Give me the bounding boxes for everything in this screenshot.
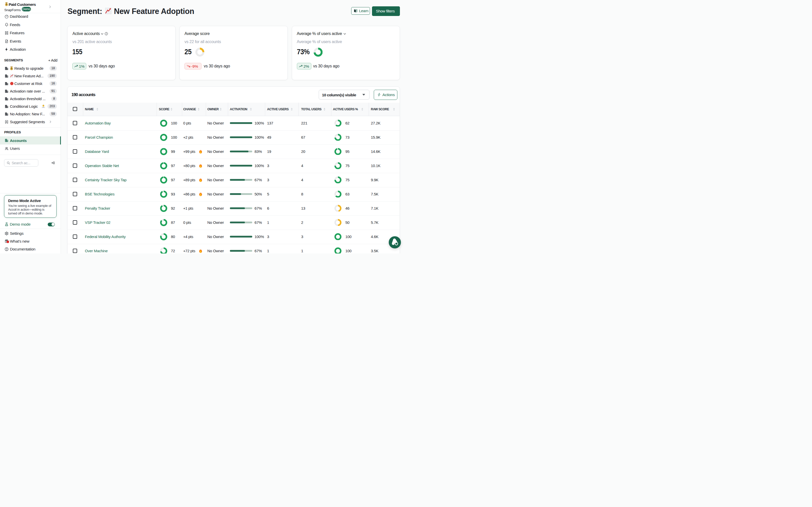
svg-text:$: $ xyxy=(11,67,12,70)
svg-text:$: $ xyxy=(6,3,7,6)
